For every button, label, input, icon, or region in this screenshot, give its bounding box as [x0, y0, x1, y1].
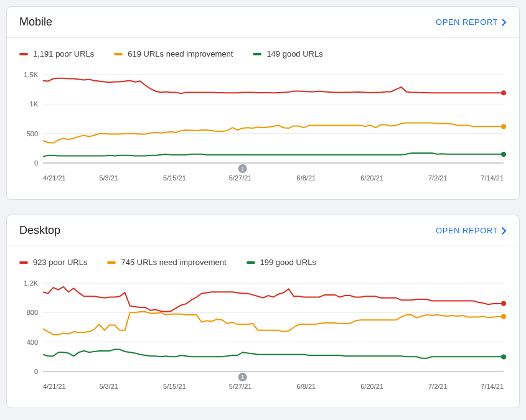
svg-text:0: 0 [34, 159, 38, 167]
line-chart-mobile: 05001K1.5K4/21/215/3/215/15/215/27/216/8… [19, 70, 507, 188]
card-title-mobile: Mobile [19, 16, 52, 29]
svg-text:7/14/21: 7/14/21 [481, 383, 504, 390]
svg-text:5/3/21: 5/3/21 [99, 174, 118, 182]
card-header: Mobile OPEN REPORT [7, 7, 519, 37]
chart-legend-mobile: 1,191 poor URLs 619 URLs need improvemen… [7, 38, 519, 65]
chart-legend-desktop: 923 poor URLs 745 URLs need improvement … [7, 246, 519, 273]
legend-label-good: 149 good URLs [266, 49, 322, 58]
svg-text:5/27/21: 5/27/21 [229, 383, 252, 390]
legend-dash-green [247, 261, 255, 264]
svg-text:5/3/21: 5/3/21 [99, 383, 118, 390]
legend-item-improve: 745 URLs need improvement [107, 258, 226, 267]
svg-text:1.5K: 1.5K [24, 71, 38, 78]
svg-text:6/20/21: 6/20/21 [360, 383, 383, 390]
line-chart-desktop: 04008001.2K4/21/215/3/215/15/215/27/216/… [19, 278, 507, 396]
svg-text:800: 800 [27, 309, 38, 316]
legend-dash-green [253, 53, 261, 55]
legend-item-poor: 1,191 poor URLs [19, 49, 94, 58]
chart-area-mobile: 05001K1.5K4/21/215/3/215/15/215/27/216/8… [7, 65, 519, 199]
svg-point-18 [501, 152, 506, 157]
svg-text:5/27/21: 5/27/21 [229, 174, 252, 182]
chevron-right-icon [502, 227, 507, 235]
svg-text:1K: 1K [30, 100, 39, 108]
svg-point-17 [501, 124, 506, 129]
card-title-desktop: Desktop [19, 224, 60, 237]
open-report-label: OPEN REPORT [436, 17, 498, 27]
open-report-label: OPEN REPORT [436, 226, 498, 235]
svg-text:1: 1 [241, 374, 244, 380]
legend-label-improve: 745 URLs need improvement [121, 258, 226, 267]
svg-text:4/21/21: 4/21/21 [43, 383, 66, 390]
svg-point-39 [501, 354, 506, 359]
legend-label-good: 199 good URLs [260, 258, 316, 267]
svg-text:7/2/21: 7/2/21 [428, 174, 448, 182]
legend-dash-orange [114, 53, 123, 55]
legend-item-improve: 619 URLs need improvement [114, 49, 233, 58]
svg-text:500: 500 [27, 130, 38, 138]
legend-dash-red [19, 53, 28, 55]
svg-text:5/15/21: 5/15/21 [163, 174, 186, 182]
legend-item-poor: 923 poor URLs [19, 258, 87, 267]
svg-text:6/20/21: 6/20/21 [360, 174, 383, 182]
chevron-right-icon [502, 19, 507, 26]
svg-text:400: 400 [27, 338, 38, 346]
svg-point-16 [501, 90, 506, 95]
open-report-link-mobile[interactable]: OPEN REPORT [436, 17, 507, 27]
svg-text:6/8/21: 6/8/21 [297, 174, 316, 182]
mobile-card: Mobile OPEN REPORT 1,191 poor URLs 619 U… [6, 6, 520, 200]
open-report-link-desktop[interactable]: OPEN REPORT [436, 226, 507, 235]
svg-point-38 [501, 314, 506, 319]
legend-label-poor: 923 poor URLs [33, 258, 87, 267]
svg-text:1: 1 [241, 166, 244, 172]
svg-text:7/14/21: 7/14/21 [481, 174, 504, 182]
legend-dash-orange [107, 261, 116, 264]
svg-text:5/15/21: 5/15/21 [163, 383, 186, 390]
legend-label-poor: 1,191 poor URLs [33, 49, 94, 58]
svg-point-37 [501, 301, 506, 306]
legend-label-improve: 619 URLs need improvement [128, 49, 233, 58]
chart-area-desktop: 04008001.2K4/21/215/3/215/15/215/27/216/… [7, 273, 519, 408]
svg-text:0: 0 [34, 368, 38, 375]
svg-text:7/2/21: 7/2/21 [428, 383, 448, 390]
legend-item-good: 149 good URLs [253, 49, 322, 58]
legend-item-good: 199 good URLs [247, 258, 316, 267]
svg-text:1.2K: 1.2K [24, 279, 38, 287]
svg-text:6/8/21: 6/8/21 [297, 383, 316, 390]
legend-dash-red [19, 261, 28, 264]
desktop-card: Desktop OPEN REPORT 923 poor URLs 745 UR… [6, 215, 520, 408]
svg-text:4/21/21: 4/21/21 [43, 174, 66, 182]
card-header: Desktop OPEN REPORT [7, 215, 519, 246]
